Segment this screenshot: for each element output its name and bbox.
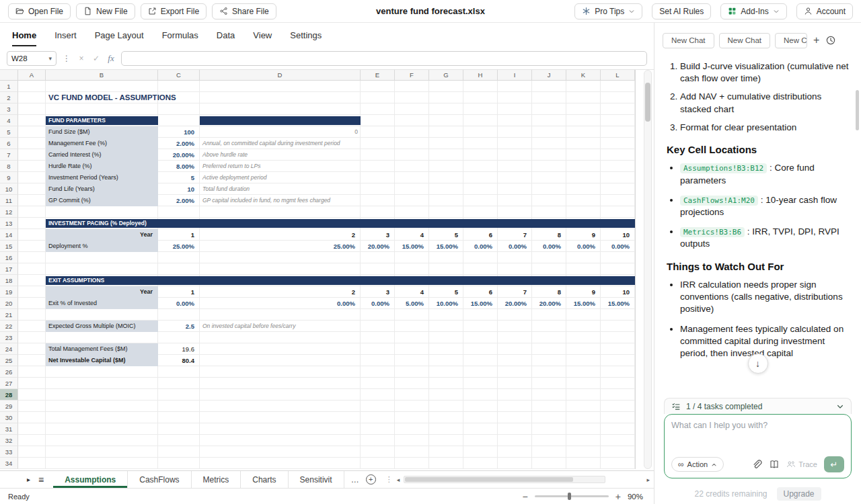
cell-D8[interactable]: Preferred return to LPs [200,161,361,172]
row-header-9[interactable]: 9 [0,172,18,183]
export-file-button[interactable]: Export File [141,3,207,19]
cell-B6[interactable]: Management Fee (%) [46,138,158,149]
add-sheet-button[interactable]: + [366,474,376,485]
cell-K14[interactable]: 9 [566,229,601,241]
column-header-D[interactable]: D [200,70,361,81]
tasks-summary-bar[interactable]: 1 / 4 tasks completed [664,398,852,414]
chat-tab-3[interactable]: New C [775,33,807,48]
scroll-to-bottom-button[interactable]: ↓ [748,353,768,374]
cell-F20[interactable]: 5.00% [395,298,429,309]
chat-tab-2[interactable]: New Chat [719,33,771,48]
cell-I15[interactable]: 0.00% [498,241,532,252]
cell-H15[interactable]: 0.00% [463,241,498,252]
row-header-18[interactable]: 18 [0,275,18,286]
sheet-tab-assumptions[interactable]: Assumptions [53,471,128,488]
row-header-32[interactable]: 32 [0,435,18,446]
cell-C22[interactable]: 2.5 [158,321,200,332]
select-all-corner[interactable] [0,70,18,81]
sheet-list-icon[interactable]: ≡ [38,474,44,485]
cell-C24[interactable]: 19.6 [158,343,200,355]
grid-vertical-scrollbar[interactable] [644,70,652,469]
cell-H14[interactable]: 6 [463,229,498,241]
cell-J20[interactable]: 20.00% [532,298,566,309]
cell-D14[interactable]: 2 [200,229,361,241]
name-box[interactable]: W28 ▾ [7,51,57,66]
cancel-entry-icon[interactable]: × [77,54,86,63]
menu-data[interactable]: Data [217,24,235,46]
attach-file-icon[interactable] [751,459,762,470]
cell-D9[interactable]: Active deployment period [200,172,361,183]
cell-G14[interactable]: 5 [429,229,463,241]
cell-D5[interactable]: 0 [200,126,361,138]
cell-G20[interactable]: 10.00% [429,298,463,309]
cell-B4[interactable]: FUND PARAMETERS [46,116,158,125]
menu-settings[interactable]: Settings [290,24,322,46]
cell-B14[interactable]: Year [46,229,158,241]
cell-C19[interactable]: 1 [158,286,200,298]
cell-C14[interactable]: 1 [158,229,200,241]
row-header-33[interactable]: 33 [0,446,18,458]
cell-I19[interactable]: 7 [498,286,532,298]
column-header-F[interactable]: F [395,70,429,81]
row-header-19[interactable]: 19 [0,286,18,298]
cell-F14[interactable]: 4 [395,229,429,241]
row-header-24[interactable]: 24 [0,343,18,355]
cell-reference-chip[interactable]: Metrics!B3:B6 [680,227,745,237]
cell-K19[interactable]: 9 [566,286,601,298]
cell-B20[interactable]: Exit % of Invested [46,298,158,309]
menu-home[interactable]: Home [12,24,36,46]
horizontal-scrollbar[interactable] [404,476,605,483]
cell-C15[interactable]: 25.00% [158,241,200,252]
row-header-15[interactable]: 15 [0,241,18,252]
chat-history-icon[interactable] [825,35,836,46]
cell-L19[interactable]: 10 [601,286,635,298]
row-header-20[interactable]: 20 [0,298,18,309]
menu-view[interactable]: View [253,24,272,46]
hscroll-thumb[interactable] [405,477,573,482]
send-button[interactable]: ↵ [824,456,844,472]
row-header-6[interactable]: 6 [0,138,18,149]
insert-function-icon[interactable]: fx [106,53,116,64]
scroll-right-icon[interactable]: ▸ [646,476,650,483]
cell-D10[interactable]: Total fund duration [200,183,361,195]
row-header-14[interactable]: 14 [0,229,18,241]
chevron-down-icon[interactable] [836,403,844,411]
cell-C9[interactable]: 5 [158,172,200,183]
trace-button[interactable]: Trace [786,460,817,469]
cell-B5[interactable]: Fund Size ($M) [46,126,158,138]
set-ai-rules-button[interactable]: Set AI Rules [652,3,711,19]
cell-J15[interactable]: 0.00% [532,241,566,252]
cell-E19[interactable]: 3 [361,286,395,298]
more-options-icon[interactable]: ⋮ [62,54,71,63]
cell-C25[interactable]: 80.4 [158,355,200,366]
new-file-button[interactable]: New File [76,3,135,19]
hscroll-handle-icon[interactable]: ⋮ [385,475,393,484]
cell-B11[interactable]: GP Commit (%) [46,195,158,206]
sheet-tab-metrics[interactable]: Metrics [192,471,241,488]
cell-D22[interactable]: On invested capital before fees/carry [200,321,361,332]
formula-input[interactable] [121,51,647,66]
sheet-tab-charts[interactable]: Charts [241,471,288,488]
row-header-30[interactable]: 30 [0,412,18,423]
chat-scrollbar-thumb[interactable] [856,90,859,130]
row-header-25[interactable]: 25 [0,355,18,366]
menu-formulas[interactable]: Formulas [162,24,198,46]
zoom-slider[interactable] [535,495,609,497]
cell-B19[interactable]: Year [46,286,158,298]
cell-D20[interactable]: 0.00% [200,298,361,309]
row-header-23[interactable]: 23 [0,332,18,343]
menu-page-layout[interactable]: Page Layout [95,24,144,46]
row-header-27[interactable]: 27 [0,378,18,389]
cell-F19[interactable]: 4 [395,286,429,298]
column-header-I[interactable]: I [498,70,532,81]
chat-tab-1[interactable]: New Chat [663,33,714,48]
cell-D15[interactable]: 25.00% [200,241,361,252]
cell-C5[interactable]: 100 [158,126,200,138]
row-header-10[interactable]: 10 [0,183,18,195]
cell-G19[interactable]: 5 [429,286,463,298]
column-header-C[interactable]: C [158,70,200,81]
cell-J19[interactable]: 8 [532,286,566,298]
column-header-J[interactable]: J [532,70,566,81]
cell-E20[interactable]: 0.00% [361,298,395,309]
scroll-left-icon[interactable]: ◂ [397,476,400,483]
